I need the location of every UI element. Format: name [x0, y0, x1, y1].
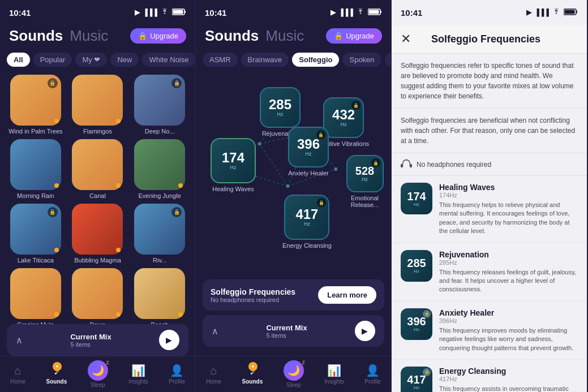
sound-rain[interactable]: 🌧 Morning Rain [7, 139, 65, 199]
close-btn[interactable]: ✕ [401, 32, 411, 46]
freq-item-174[interactable]: 174 Hz Healing Waves 174Hz This frequenc… [392, 176, 587, 243]
nav-insights-label-1: Insights [128, 378, 148, 385]
profile-icon-2: 👤 [366, 364, 380, 377]
sound-magma[interactable]: 🌋 Bubbling Magma [69, 204, 127, 264]
music-tab-1[interactable]: Music [70, 27, 108, 45]
sound-riv[interactable]: 🏞 🔒 Riv... [131, 204, 188, 264]
freq-info-174: Healing Waves 174Hz This frequency helps… [439, 183, 578, 236]
filter-brainwave[interactable]: Brainwave [241, 53, 289, 67]
wifi-icon-1 [160, 8, 169, 17]
node-energy[interactable]: 417 Hz 🔒 Energy Cleansing [282, 195, 332, 249]
svg-point-31 [258, 142, 261, 145]
svg-text:🌋: 🌋 [83, 218, 105, 238]
filter-scifi[interactable]: Sci-Fi [385, 53, 391, 67]
nav-sounds-2[interactable]: ♪ ● Sounds [242, 364, 263, 385]
svg-line-26 [260, 144, 288, 186]
panel-2: 10:41 ▶ ▐▐▐ Sounds Music [196, 0, 392, 392]
svg-point-34 [334, 167, 337, 171]
freq-item-396[interactable]: 396 Hz 🔒 Anxiety Healer 396Hz This frequ… [392, 301, 587, 360]
mix-subtitle-1: 5 items [70, 341, 111, 348]
label-riv: Riv... [153, 257, 166, 264]
location-icon-2: ▶ [331, 8, 336, 16]
freq-desc-174: This frequency helps to relieve physical… [439, 201, 578, 236]
header-2: Sounds Music 🔒 Upgrade [196, 25, 391, 49]
lock-energy: 🔒 [317, 198, 326, 207]
nav-home-2[interactable]: ⌂ Home [206, 364, 221, 385]
sound-dawn[interactable]: 🌅 Dawn [69, 268, 127, 328]
location-icon-1: ▶ [135, 8, 140, 16]
filter-whitenoise[interactable]: White Noise [142, 53, 195, 67]
filter-tabs-2: ASMR Brainwave Solfeggio Spoken Sci-Fi [196, 49, 391, 70]
nav-sounds-1[interactable]: ♪ ● Sounds [46, 364, 67, 385]
current-mix-2[interactable]: ∧ Current Mix 5 items ▶ [203, 315, 384, 347]
nav-profile-2[interactable]: 👤 Profile [364, 364, 380, 385]
play-btn-1[interactable]: ▶ [159, 330, 179, 350]
bottom-nav-1: ⌂ Home ♪ ● Sounds 🌙 z Sleep 📊 Insights 👤… [0, 356, 195, 392]
current-mix-1[interactable]: ∧ Current Mix 5 items ▶ [7, 324, 188, 356]
sound-deep[interactable]: 🌊 🔒 Deep No... [131, 75, 188, 135]
home-icon-2: ⌂ [211, 364, 217, 377]
sound-lake[interactable]: 🦆 🔒 Lake Titicaca [7, 204, 65, 264]
sound-flamingos[interactable]: 🦩 Flamingos [69, 75, 127, 135]
nav-sounds-label-2: Sounds [242, 378, 263, 385]
learn-more-btn[interactable]: Learn more [318, 286, 376, 304]
no-headphones-text: No headphones required [417, 161, 491, 169]
status-icons-1: ▶ ▐▐▐ [135, 8, 186, 17]
filter-popular[interactable]: Popular [33, 53, 72, 67]
time-3: 10:41 [401, 8, 422, 18]
freq-sub-396: 396Hz [439, 317, 578, 324]
profile-icon-1: 👤 [170, 364, 184, 377]
sound-beach[interactable]: 🏖 Beach [131, 268, 188, 328]
status-bar-3: 10:41 ▶ ▐▐▐ [392, 0, 587, 25]
expand-icon-2[interactable]: ∧ [212, 326, 218, 337]
sound-wind[interactable]: 🌴 🔒 Wind in Palm Trees [7, 75, 65, 135]
music-tab-2[interactable]: Music [265, 27, 304, 45]
nav-sleep-2[interactable]: 🌙 z Sleep [284, 360, 304, 388]
bottom-nav-2: ⌂ Home ♪ ● Sounds 🌙 z Sleep 📊 Insights 👤… [196, 356, 391, 392]
sleep-icon-2: 🌙 z [284, 360, 304, 381]
wifi-icon-2 [356, 8, 365, 17]
sounds-tab-1[interactable]: Sounds [9, 27, 63, 45]
freq-name-396: Anxiety Healer [439, 308, 578, 317]
filter-my[interactable]: My ❤ [75, 53, 107, 67]
freq-item-285[interactable]: 285 Hz Rejuvenation 285Hz This frequency… [392, 243, 587, 301]
sound-canal[interactable]: 🚤 Canal [69, 139, 127, 199]
upgrade-btn-2[interactable]: 🔒 Upgrade [326, 28, 382, 44]
status-bar-2: 10:41 ▶ ▐▐▐ [196, 0, 391, 25]
mix-subtitle-2: 5 items [266, 332, 307, 339]
home-icon-1: ⌂ [15, 364, 22, 377]
nav-insights-1[interactable]: 📊 Insights [128, 364, 148, 385]
upgrade-btn-1[interactable]: 🔒 Upgrade [130, 28, 186, 44]
node-healing[interactable]: 174 Hz Healing Waves [211, 138, 256, 192]
filter-new[interactable]: New [110, 53, 139, 67]
freq-name-174: Healing Waves [439, 183, 578, 192]
battery-icon-1 [172, 8, 186, 17]
battery-icon-2 [368, 8, 382, 17]
nav-insights-2[interactable]: 📊 Insights [324, 364, 344, 385]
sound-jungle[interactable]: 🌿 Evening Jungle [131, 139, 188, 199]
filter-asmr[interactable]: ASMR [203, 53, 238, 67]
sounds-badge-2: ● [248, 362, 257, 371]
nav-home-label-1: Home [10, 378, 25, 385]
freq-item-417[interactable]: 417 Hz 🔒 Energy Cleansing 417Hz This fre… [392, 360, 587, 392]
time-2: 10:41 [205, 8, 226, 18]
filter-solfeggio[interactable]: Solfeggio [292, 53, 339, 67]
nav-home-1[interactable]: ⌂ Home [10, 364, 25, 385]
solfeggio-subtitle: No headphones required [211, 296, 295, 303]
sound-grazing[interactable]: 🐴 Grazing Mule [7, 268, 65, 328]
header-1: Sounds Music 🔒 Upgrade [0, 25, 195, 49]
sounds-tab-2[interactable]: Sounds [205, 27, 259, 45]
filter-all[interactable]: All [7, 53, 30, 67]
nav-sleep-1[interactable]: 🌙 z Sleep [88, 360, 108, 388]
dot-canal [116, 183, 121, 188]
expand-icon-1[interactable]: ∧ [16, 335, 23, 346]
label-lake: Lake Titicaca [18, 257, 54, 264]
lock-deep: 🔒 [171, 78, 182, 88]
node-emotional[interactable]: 528 Hz 🔒 Emotional Release... [343, 155, 387, 208]
filter-spoken[interactable]: Spoken [342, 53, 381, 67]
nav-profile-1[interactable]: 👤 Profile [169, 364, 184, 385]
node-anxiety[interactable]: 396 Hz 🔒 Anxiety Healer [288, 127, 329, 176]
play-btn-2[interactable]: ▶ [355, 321, 375, 341]
freq-info-396: Anxiety Healer 396Hz This frequency impr… [439, 308, 578, 352]
label-emotional: Emotional Release... [343, 195, 387, 208]
